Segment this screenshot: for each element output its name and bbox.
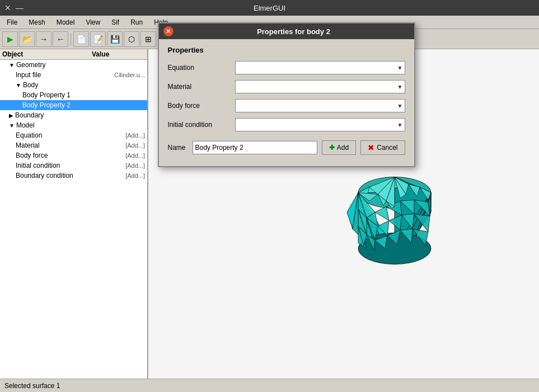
tree-initial-condition[interactable]: Initial condition [Add...] <box>0 160 147 171</box>
menu-view[interactable]: View <box>81 17 105 27</box>
tree-input-file-label: Input file <box>16 71 114 79</box>
triangle-icon: ▼ <box>16 82 21 88</box>
toolbar-btn-save[interactable]: 💾 <box>107 31 123 47</box>
minimize-button[interactable]: — <box>16 4 24 12</box>
cancel-button[interactable]: ✖ Cancel <box>360 140 405 155</box>
tree-body-force-label: Body force <box>16 152 125 159</box>
tree-body-prop-2[interactable]: Body Property 2 <box>0 100 147 110</box>
tree-material-value: [Add...] <box>125 142 145 149</box>
toolbar-btn-next[interactable]: → <box>36 31 51 47</box>
form-row-initial-condition: Initial condition ▼ <box>168 118 405 131</box>
name-row: Name ✚ Add ✖ Cancel <box>168 140 405 155</box>
tree-input-file-value: Cilinder.u... <box>114 72 145 78</box>
tree-initial-condition-label: Initial condition <box>16 162 125 169</box>
tree-boundary-condition[interactable]: Boundary condition [Add...] <box>0 171 147 181</box>
tree-body-label: Body <box>23 81 145 89</box>
cancel-label: Cancel <box>377 144 397 152</box>
add-button[interactable]: ✚ Add <box>322 140 356 155</box>
tree-material[interactable]: Material [Add...] <box>0 140 147 150</box>
svg-marker-20 <box>375 206 389 220</box>
tree-boundary[interactable]: ▶ Boundary <box>0 110 147 120</box>
modal-title: Properties for body 2 <box>178 27 410 36</box>
add-label: Add <box>337 144 349 152</box>
tree-input-file[interactable]: Input file Cilinder.u... <box>0 70 147 80</box>
cancel-icon: ✖ <box>368 143 374 152</box>
form-row-equation: Equation ▼ <box>168 61 405 74</box>
select-body-force[interactable] <box>235 99 405 112</box>
tree-geometry[interactable]: ▼ Geometry <box>0 60 147 70</box>
menu-sif[interactable]: Sif <box>107 17 124 27</box>
name-label: Name <box>168 144 186 152</box>
label-body-force: Body force <box>168 102 235 110</box>
menu-model[interactable]: Model <box>52 17 79 27</box>
app-title: ElmerGUI <box>254 4 285 12</box>
title-bar: ✕ — ElmerGUI <box>0 0 539 16</box>
left-panel: Object Value ▼ Geometry Input file Cilin… <box>0 49 148 379</box>
modal-body: Properties Equation ▼ Material <box>159 39 414 166</box>
menu-mesh[interactable]: Mesh <box>24 17 49 27</box>
select-wrapper-material: ▼ <box>235 80 405 93</box>
tree-body-prop-1[interactable]: Body Property 1 <box>0 90 147 100</box>
select-initial-condition[interactable] <box>235 118 405 131</box>
toolbar-btn-new[interactable]: 📝 <box>90 31 106 47</box>
triangle-icon: ▶ <box>9 112 13 119</box>
label-material: Material <box>168 83 235 91</box>
toolbar-btn-open[interactable]: 📂 <box>19 31 35 47</box>
modal-section-title: Properties <box>168 46 405 54</box>
triangle-icon: ▼ <box>9 122 15 129</box>
form-row-body-force: Body force ▼ <box>168 99 405 112</box>
triangle-icon: ▼ <box>9 62 15 68</box>
form-row-material: Material ▼ <box>168 80 405 93</box>
toolbar-sep-1 <box>71 33 71 45</box>
tree-material-label: Material <box>16 141 125 149</box>
modal-close-button[interactable]: ✕ <box>163 26 174 36</box>
select-wrapper-equation: ▼ <box>235 61 405 74</box>
toolbar-btn-export[interactable]: ⬡ <box>124 31 139 47</box>
tree-geometry-label: Geometry <box>16 61 145 69</box>
modal-dialog: ✕ Properties for body 2 Properties Equat… <box>158 22 415 167</box>
tree-boundary-condition-value: [Add...] <box>125 172 145 179</box>
tree-equation-value: [Add...] <box>125 132 145 139</box>
tree-body-prop-2-label: Body Property 2 <box>22 101 145 109</box>
toolbar-btn-run[interactable]: ▶ <box>2 31 18 47</box>
tree-body-force[interactable]: Body force [Add...] <box>0 150 147 160</box>
menu-run[interactable]: Run <box>126 17 147 27</box>
plus-icon: ✚ <box>329 144 335 152</box>
tree-header: Object Value <box>0 49 147 60</box>
tree-col-value: Value <box>92 50 109 58</box>
3d-model-view <box>297 156 453 285</box>
label-equation: Equation <box>168 64 235 72</box>
tree-initial-condition-value: [Add...] <box>125 162 145 169</box>
select-equation[interactable] <box>235 61 405 74</box>
close-button[interactable]: ✕ <box>4 4 11 12</box>
tree-boundary-condition-label: Boundary condition <box>16 172 125 180</box>
toolbar-btn-file[interactable]: 📄 <box>73 31 89 47</box>
status-bar: Selected surface 1 <box>0 379 539 392</box>
tree-body-prop-1-label: Body Property 1 <box>22 91 145 99</box>
label-initial-condition: Initial condition <box>168 121 235 129</box>
toolbar-btn-settings[interactable]: ⊞ <box>140 31 156 47</box>
select-wrapper-body-force: ▼ <box>235 99 405 112</box>
tree-boundary-label: Boundary <box>15 111 145 119</box>
status-text: Selected surface 1 <box>4 382 60 390</box>
select-material[interactable] <box>235 80 405 93</box>
tree-equation-label: Equation <box>16 131 125 139</box>
toolbar-btn-prev[interactable]: ← <box>53 31 68 47</box>
name-input[interactable] <box>193 141 317 154</box>
tree-equation[interactable]: Equation [Add...] <box>0 130 147 140</box>
tree-body[interactable]: ▼ Body <box>0 80 147 90</box>
tree-body-force-value: [Add...] <box>125 152 145 159</box>
tree-model[interactable]: ▼ Model <box>0 120 147 130</box>
select-wrapper-initial-condition: ▼ <box>235 118 405 131</box>
menu-file[interactable]: File <box>2 17 22 27</box>
tree-model-label: Model <box>16 121 145 129</box>
tree-col-object: Object <box>2 50 92 58</box>
modal-title-bar: ✕ Properties for body 2 <box>159 23 414 39</box>
